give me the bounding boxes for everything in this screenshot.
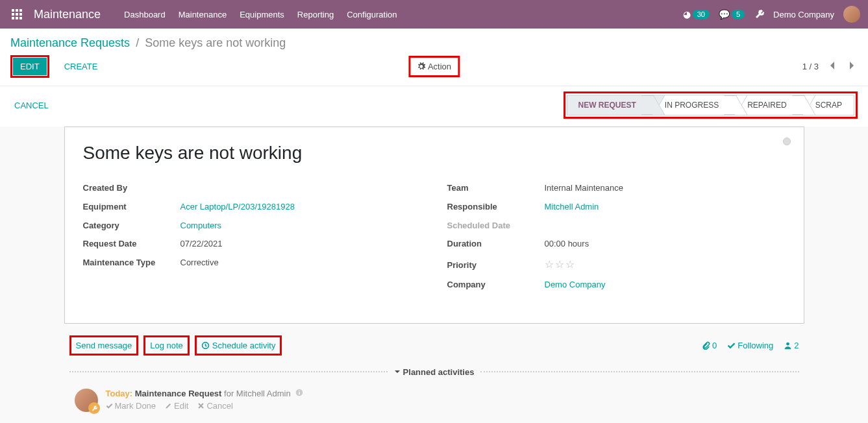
x-icon: [197, 402, 205, 409]
value-company[interactable]: Demo Company: [545, 278, 786, 292]
activity-summary: Today: Maintenance Request for Mitchell …: [106, 389, 794, 398]
svg-point-13: [299, 390, 301, 391]
cancel-button[interactable]: CANCEL: [10, 98, 53, 113]
debug-tools-button[interactable]: [754, 8, 764, 21]
svg-rect-7: [16, 17, 18, 19]
priority-star-2[interactable]: ☆: [555, 256, 564, 273]
svg-rect-1: [16, 9, 18, 12]
activity-due-today: Today:: [106, 389, 133, 398]
label-priority: Priority: [447, 259, 545, 272]
pager-prev[interactable]: [826, 61, 838, 73]
pencil-icon: [165, 402, 172, 409]
send-message-button[interactable]: Send message: [72, 338, 136, 353]
svg-rect-4: [16, 13, 18, 16]
user-avatar[interactable]: [843, 6, 860, 23]
label-created-by: Created By: [83, 182, 180, 195]
check-icon: [106, 402, 113, 409]
chatter: Send message Log note Schedule activity …: [64, 324, 804, 423]
label-category: Category: [83, 219, 180, 233]
planned-activities-toggle[interactable]: Planned activities: [388, 367, 481, 377]
svg-rect-8: [19, 17, 22, 19]
breadcrumb: Maintenance Requests / Some keys are not…: [10, 36, 286, 50]
paperclip-icon: [702, 341, 710, 350]
value-priority: ☆ ☆ ☆: [545, 256, 786, 273]
edit-button[interactable]: EDIT: [13, 58, 47, 75]
breadcrumb-parent[interactable]: Maintenance Requests: [10, 36, 130, 49]
label-responsible: Responsible: [447, 200, 545, 214]
apps-grid-icon: [12, 9, 22, 19]
following-button[interactable]: Following: [727, 341, 773, 350]
log-note-button[interactable]: Log note: [146, 338, 187, 353]
messages-count: 5: [732, 10, 745, 19]
activity-type-badge: [88, 402, 100, 414]
chatter-topbar: Send message Log note Schedule activity …: [69, 332, 799, 363]
svg-rect-2: [19, 9, 22, 12]
record-title: Some keys are not working: [83, 143, 786, 163]
priority-star-1[interactable]: ☆: [545, 256, 554, 273]
chevron-left-icon: [829, 61, 836, 70]
status-new-request[interactable]: NEW REQUEST: [567, 95, 647, 115]
value-category[interactable]: Computers: [180, 219, 421, 233]
activity-edit[interactable]: Edit: [165, 401, 188, 411]
activity-cancel[interactable]: Cancel: [197, 401, 232, 411]
person-icon: [784, 341, 792, 350]
top-navbar: Maintenance Dashboard Maintenance Equipm…: [0, 0, 868, 29]
label-scheduled-date: Scheduled Date: [447, 219, 545, 233]
followers-button[interactable]: 2: [784, 341, 799, 350]
schedule-activity-button[interactable]: Schedule activity: [197, 338, 280, 353]
nav-equipments[interactable]: Equipments: [240, 10, 284, 19]
label-team: Team: [447, 182, 545, 195]
activity-cancel-label: Cancel: [206, 401, 232, 411]
activity-user-avatar[interactable]: [75, 389, 98, 412]
chat-icon: 💬: [719, 9, 730, 19]
activities-indicator[interactable]: ◕ 30: [683, 9, 710, 19]
value-maintenance-type: Corrective: [180, 256, 421, 270]
app-brand[interactable]: Maintenance: [34, 8, 101, 21]
pager-text[interactable]: 1 / 3: [802, 62, 819, 71]
value-request-date: 07/22/2021: [180, 237, 421, 251]
activity-mark-done[interactable]: Mark Done: [106, 401, 156, 411]
apps-menu-button[interactable]: [8, 5, 26, 23]
caret-down-icon: [394, 369, 401, 375]
label-maintenance-type: Maintenance Type: [83, 256, 180, 270]
attachments-button[interactable]: 0: [702, 341, 717, 350]
planned-activities-divider: Planned activities: [69, 367, 799, 377]
value-team: Internal Maintenance: [545, 182, 786, 195]
form-left-column: Created By EquipmentAcer Laptop/LP/203/1…: [83, 182, 421, 297]
nav-menu: Dashboard Maintenance Equipments Reporti…: [124, 10, 397, 19]
company-switcher[interactable]: Demo Company: [773, 10, 834, 19]
clock-icon: [201, 341, 210, 350]
following-label: Following: [738, 341, 773, 350]
status-row: CANCEL NEW REQUEST IN PROGRESS REPAIRED …: [0, 86, 868, 119]
form-right-column: TeamInternal Maintenance ResponsibleMitc…: [447, 182, 786, 297]
pager-next[interactable]: [846, 61, 858, 73]
activity-assignee: for Mitchell Admin: [224, 389, 291, 398]
create-button[interactable]: CREATE: [57, 58, 105, 75]
nav-maintenance[interactable]: Maintenance: [179, 10, 227, 19]
action-dropdown[interactable]: Action: [411, 58, 457, 75]
nav-configuration[interactable]: Configuration: [347, 10, 397, 19]
nav-right-tools: ◕ 30 💬 5 Demo Company: [683, 6, 860, 23]
svg-rect-5: [19, 13, 22, 16]
breadcrumb-current: Some keys are not working: [145, 36, 286, 49]
gear-icon: [417, 62, 425, 71]
activity-edit-label: Edit: [174, 401, 188, 411]
form-container: Some keys are not working Created By Equ…: [0, 127, 868, 423]
activity-info-icon[interactable]: [295, 389, 303, 398]
breadcrumb-row: Maintenance Requests / Some keys are not…: [0, 29, 868, 50]
kanban-state-button[interactable]: [783, 138, 791, 145]
nav-dashboard[interactable]: Dashboard: [124, 10, 166, 19]
action-label: Action: [428, 62, 451, 71]
chevron-right-icon: [849, 61, 855, 70]
svg-point-10: [786, 342, 789, 345]
messages-indicator[interactable]: 💬 5: [719, 9, 745, 19]
value-responsible[interactable]: Mitchell Admin: [545, 200, 786, 214]
svg-rect-3: [12, 13, 14, 16]
nav-reporting[interactable]: Reporting: [297, 10, 334, 19]
priority-star-3[interactable]: ☆: [565, 256, 575, 273]
breadcrumb-separator: /: [136, 36, 139, 49]
status-bar: NEW REQUEST IN PROGRESS REPAIRED SCRAP: [567, 95, 854, 115]
control-panel: EDIT CREATE Action 1 / 3: [0, 50, 868, 86]
wrench-icon: [754, 8, 764, 19]
value-equipment[interactable]: Acer Laptop/LP/203/19281928: [180, 200, 421, 214]
